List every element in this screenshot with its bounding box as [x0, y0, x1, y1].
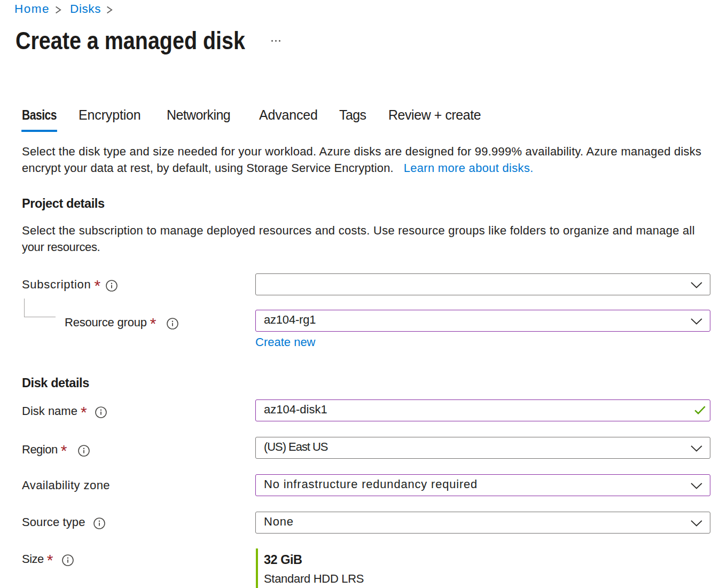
subscription-dropdown[interactable] [255, 273, 710, 295]
source-type-dropdown[interactable]: None [255, 512, 710, 534]
region-label: Region* [22, 438, 90, 460]
page-title: Create a managed disk [15, 26, 245, 56]
project-desc-line1: Select the subscription to manage deploy… [22, 222, 695, 239]
chevron-down-icon [691, 318, 702, 325]
breadcrumb-disks-link[interactable]: Disks [70, 2, 101, 16]
field-connector-line [24, 317, 56, 317]
tab-encryption[interactable]: Encryption [79, 107, 141, 123]
disk-details-heading: Disk details [22, 375, 89, 391]
intro-line1: Select the disk type and size needed for… [22, 143, 701, 160]
disk-name-input[interactable]: az104-disk1 [255, 399, 710, 421]
info-icon[interactable] [106, 280, 118, 292]
tab-tags[interactable]: Tags [339, 107, 366, 123]
field-label-text: Disk name [22, 404, 77, 418]
availability-zone-dropdown[interactable]: No infrastructure redundancy required [255, 474, 710, 496]
chevron-down-icon [691, 483, 702, 489]
tab-review-create[interactable]: Review + create [388, 107, 481, 123]
intro-line2-text: encrypt your data at rest, by default, u… [22, 161, 394, 175]
create-managed-disk-page: Home Disks Create a managed disk Basics … [0, 0, 720, 588]
field-label-text: Subscription [22, 278, 91, 292]
resource-group-label: Resource group* [65, 311, 178, 333]
tab-basics[interactable]: Basics [22, 107, 57, 123]
size-sku[interactable]: Standard HDD LRS [264, 571, 364, 586]
availability-zone-value: No infrastructure redundancy required [264, 475, 478, 494]
availability-zone-label: Availability zone [22, 474, 110, 496]
chevron-right-icon [55, 6, 61, 14]
breadcrumb: Home Disks [14, 2, 121, 16]
field-label-text: Source type [22, 515, 85, 529]
required-asterisk: * [81, 409, 87, 416]
chevron-right-icon [106, 6, 113, 14]
field-label-text: Size [22, 552, 44, 566]
required-asterisk: * [61, 447, 67, 454]
field-label-text: Resource group [65, 316, 147, 330]
info-icon[interactable] [167, 318, 178, 330]
resource-group-value: az104-rg1 [264, 310, 316, 330]
valid-check-icon [694, 406, 706, 414]
project-desc-line2: your resources. [22, 239, 100, 255]
info-icon[interactable] [93, 518, 105, 529]
region-dropdown[interactable]: (US) East US [255, 437, 710, 459]
tab-advanced[interactable]: Advanced [259, 107, 318, 123]
region-value: (US) East US [264, 437, 327, 457]
chevron-down-icon [691, 445, 702, 452]
field-connector-line [24, 299, 25, 317]
size-value[interactable]: 32 GiB [264, 552, 302, 567]
project-details-heading: Project details [22, 195, 105, 212]
field-label-text: Region [22, 443, 58, 457]
tab-networking[interactable]: Networking [167, 107, 230, 123]
breadcrumb-home-link[interactable]: Home [14, 2, 50, 16]
chevron-down-icon [691, 520, 702, 527]
more-options-icon[interactable] [271, 40, 280, 42]
required-asterisk: * [47, 556, 53, 564]
required-asterisk: * [150, 320, 156, 327]
info-icon[interactable] [78, 445, 90, 457]
create-new-link[interactable]: Create new [255, 335, 316, 349]
subscription-label: Subscription* [22, 273, 118, 295]
info-icon[interactable] [62, 554, 74, 566]
resource-group-dropdown[interactable]: az104-rg1 [255, 310, 710, 332]
tab-bar: Basics Encryption Networking Advanced Ta… [0, 107, 720, 132]
field-label-text: Availability zone [22, 479, 110, 492]
size-label: Size* [22, 548, 74, 570]
chevron-down-icon [691, 282, 702, 288]
disk-name-label: Disk name* [22, 400, 107, 422]
disk-name-value: az104-disk1 [264, 400, 327, 419]
info-icon[interactable] [95, 406, 107, 418]
required-asterisk: * [94, 282, 100, 289]
source-type-label: Source type [22, 511, 105, 533]
learn-more-link[interactable]: Learn more about disks. [404, 161, 534, 175]
source-type-value: None [264, 512, 294, 531]
intro-line2: encrypt your data at rest, by default, u… [22, 160, 534, 176]
size-accent-bar [256, 548, 258, 588]
